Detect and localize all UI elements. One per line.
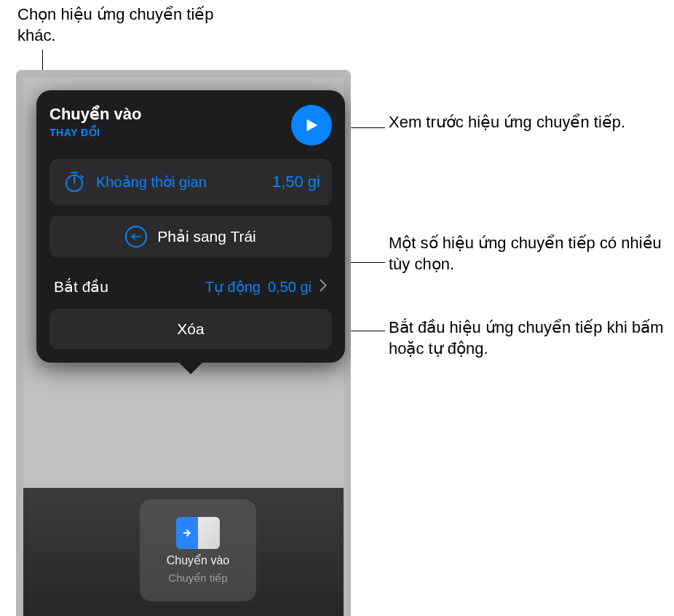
duration-label: Khoảng thời gian	[96, 174, 207, 191]
duration-value: 1,50 gi	[272, 173, 320, 191]
start-value-group: Tự động 0,50 gi	[205, 278, 328, 296]
callout-start: Bắt đầu hiệu ứng chuyển tiếp khi bấm hoặ…	[389, 317, 665, 359]
transition-popover: Chuyển vào THAY ĐỔI	[36, 90, 345, 363]
thumbnail-sublabel: Chuyển tiếp	[168, 572, 227, 585]
play-icon	[304, 116, 320, 135]
callout-text: Xem trước hiệu ứng chuyển tiếp.	[389, 113, 625, 131]
popover-header: Chuyển vào THAY ĐỔI	[49, 105, 332, 146]
preview-play-button[interactable]	[291, 105, 332, 146]
direction-label: Phải sang Trái	[157, 228, 256, 245]
change-transition-button[interactable]: THAY ĐỔI	[49, 127, 141, 138]
start-delay: 0,50 gi	[268, 279, 312, 296]
arrow-left-circle-icon	[125, 226, 147, 248]
device-screen: Chuyển vào Chuyển tiếp Chuyển vào THAY Đ…	[23, 77, 344, 616]
popover-title-block: Chuyển vào THAY ĐỔI	[49, 105, 141, 138]
start-mode: Tự động	[205, 278, 261, 296]
duration-row[interactable]: Khoảng thời gian 1,50 gi	[49, 159, 332, 205]
delete-label: Xóa	[177, 320, 204, 337]
direction-row[interactable]: Phải sang Trái	[49, 216, 332, 258]
callout-text: Một số hiệu ứng chuyển tiếp có nhiều tùy…	[389, 234, 662, 273]
duration-left: Khoảng thời gian	[61, 169, 207, 195]
chevron-right-icon	[319, 279, 328, 295]
thumbnail-label: Chuyển vào	[167, 553, 230, 567]
callout-text: Chọn hiệu ứng chuyển tiếp khác.	[17, 5, 214, 44]
callout-text: Bắt đầu hiệu ứng chuyển tiếp khi bấm hoặ…	[389, 318, 664, 358]
device-frame: Chuyển vào Chuyển tiếp Chuyển vào THAY Đ…	[16, 70, 351, 616]
transition-icon	[176, 517, 220, 549]
start-row[interactable]: Bắt đầu Tự động 0,50 gi	[49, 268, 332, 309]
start-label: Bắt đầu	[54, 278, 108, 296]
popover-title: Chuyển vào	[49, 105, 141, 124]
timer-icon	[61, 169, 87, 195]
callout-options: Một số hiệu ứng chuyển tiếp có nhiều tùy…	[389, 233, 665, 275]
timeline-bar: Chuyển vào Chuyển tiếp	[23, 488, 344, 616]
figure-stage: Chọn hiệu ứng chuyển tiếp khác. Xem trướ…	[0, 0, 674, 616]
callout-change-transition: Chọn hiệu ứng chuyển tiếp khác.	[17, 4, 250, 46]
transition-thumbnail[interactable]: Chuyển vào Chuyển tiếp	[140, 499, 256, 601]
callout-preview: Xem trước hiệu ứng chuyển tiếp.	[389, 112, 651, 133]
delete-button[interactable]: Xóa	[49, 309, 332, 350]
